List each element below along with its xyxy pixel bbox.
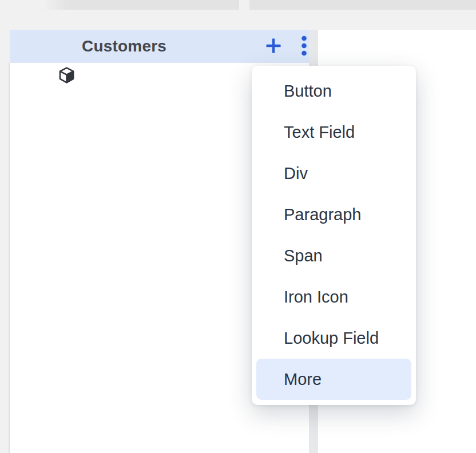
kebab-icon xyxy=(301,35,307,58)
menu-item-iron-icon[interactable]: Iron Icon xyxy=(256,276,411,317)
menu-item-more[interactable]: More xyxy=(256,359,411,400)
menu-item-lookup-field[interactable]: Lookup Field xyxy=(256,317,411,359)
menu-item-text-field[interactable]: Text Field xyxy=(256,112,411,153)
menu-item-span[interactable]: Span xyxy=(256,235,411,276)
add-widget-button[interactable] xyxy=(263,30,284,63)
top-toolbar-fragment-left xyxy=(43,0,239,10)
entity-title: Customers xyxy=(82,30,166,63)
cube-icon xyxy=(57,66,76,85)
menu-item-div[interactable]: Div xyxy=(256,153,411,194)
panel-left-border xyxy=(9,63,10,453)
context-menu-button[interactable] xyxy=(295,30,313,63)
top-toolbar-fragment-right xyxy=(249,0,476,10)
add-widget-menu: Button Text Field Div Paragraph Span Iro… xyxy=(252,66,416,405)
menu-item-button[interactable]: Button xyxy=(256,70,411,112)
plus-icon xyxy=(264,37,283,57)
entity-header-customers[interactable]: Customers xyxy=(10,30,309,63)
menu-item-paragraph[interactable]: Paragraph xyxy=(256,194,411,235)
